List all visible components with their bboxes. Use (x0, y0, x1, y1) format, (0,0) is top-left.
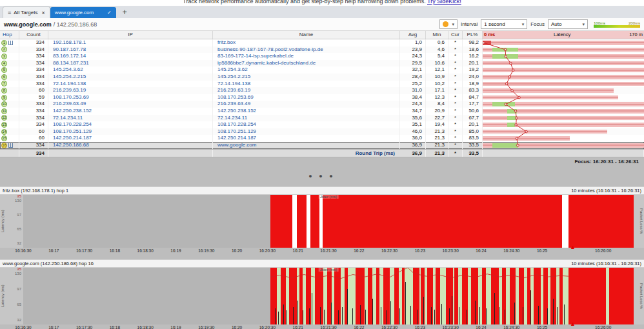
tab-all-targets[interactable]: ≡ All Targets × (3, 6, 50, 18)
table-row[interactable]: 860216.239.63.19216.239.63.1931,017,1*83… (0, 87, 644, 94)
close-icon[interactable]: × (41, 10, 45, 16)
current-time-marker[interactable]: ▲ (570, 244, 576, 250)
focus-select[interactable]: Auto ▾ (548, 19, 588, 29)
avg-cell: 38,4 (400, 94, 426, 101)
health-status-dropdown[interactable]: ▾ (439, 19, 458, 29)
pl-cell: 20,1 (463, 121, 483, 128)
interval-select[interactable]: 1 second ▾ (481, 19, 527, 29)
ip-cell: 145.254.3.62 (48, 66, 213, 74)
cur-cell: * (448, 121, 463, 128)
summary-min: 21,3 (426, 150, 448, 157)
latency-bar-cell (483, 108, 644, 115)
splitter-handle[interactable]: ● ● ● (0, 166, 644, 186)
hops-table-body: 1334192.168.178.1fritz.box1,00,6*98,2233… (0, 39, 644, 149)
avg-cell: 35,1 (400, 121, 426, 128)
col-header-cur[interactable]: Cur (448, 31, 463, 39)
tab-bar: ≡ All Targets × www.google.com ✓ + (0, 6, 644, 18)
table-row[interactable]: 733472.14.194.13872.14.194.13825,210,2*1… (0, 81, 644, 88)
table-row[interactable]: 1233472.14.234.1172.14.234.1135,622,7*67… (0, 115, 644, 122)
latency-bar-cell (483, 53, 644, 60)
hop-number-badge: 15 (1, 135, 7, 141)
table-row[interactable]: 16334142.250.186.68www.google.com36,921,… (0, 142, 644, 149)
x-axis-tick: 16:18:30 (137, 248, 154, 253)
x-axis-tick: 16:19:30 (198, 325, 214, 329)
table-row[interactable]: 11334142.250.238.152142.250.238.15234,72… (0, 108, 644, 115)
packet-loss-segment (569, 195, 634, 248)
avg-cell: 24,3 (400, 101, 426, 108)
table-row[interactable]: 10334216.239.63.49216.239.63.4924,38,4*1… (0, 101, 644, 108)
table-row[interactable]: 6334145.254.2.215145.254.2.21528,410,9*2… (0, 74, 644, 81)
graph2-plot-area[interactable]: Jitter (ms) (23, 268, 634, 324)
cur-cell: * (448, 101, 463, 108)
hop-number-badge: 1 (1, 40, 7, 46)
graph1-plot-area[interactable]: Jitter (ms) (23, 195, 634, 248)
table-row[interactable]: 959108.170.253.69108.170.253.6938,412,3*… (0, 94, 644, 101)
col-header-min[interactable]: Min (426, 31, 448, 39)
table-row[interactable]: 5334145.254.3.62145.254.3.6232,112,1*19,… (0, 66, 644, 74)
graph1-ylabel-right: Packet Loss % (638, 195, 643, 248)
pl-cell: 50,6 (463, 108, 483, 115)
x-axis-tick: 16:17:30 (76, 248, 92, 253)
col-header-ip[interactable]: IP (48, 31, 213, 39)
y-axis-tick: 97 (8, 213, 21, 217)
cur-cell: * (448, 94, 463, 101)
hop-cell: 3 (0, 53, 19, 60)
pl-cell: 85,0 (463, 128, 483, 135)
latency-bar-cell (483, 94, 644, 101)
col-header-pl[interactable]: PL% (463, 31, 483, 39)
target-ip: / 142.250.186.68 (54, 21, 97, 28)
latency-range-bar (483, 61, 644, 66)
focus-range-text: Focus: 16:20:31 - 16:26:31 (0, 157, 644, 166)
cur-cell: * (448, 87, 463, 94)
latency-bar-cell (483, 74, 644, 81)
avg-cell: 35,6 (400, 115, 426, 122)
latency-bar-cell (483, 46, 644, 54)
min-cell: 21,3 (426, 128, 448, 135)
col-header-name[interactable]: Name (213, 31, 400, 39)
x-axis-tick: 16:21:30 (320, 248, 336, 253)
name-cell: fritz.box (213, 39, 400, 46)
col-header-count[interactable]: Count (19, 31, 48, 39)
latency-range-bar (483, 95, 618, 100)
summary-hop-cell (0, 150, 19, 157)
col-header-latency[interactable]: 0 ms Latency 170 m (483, 31, 644, 39)
min-cell: 17,1 (426, 87, 448, 94)
col-header-hop[interactable]: Hop (0, 31, 19, 39)
table-row[interactable]: 1460108.170.251.129108.170.251.12946,021… (0, 128, 644, 135)
summary-row[interactable]: 334 Round Trip (ms) 36,9 21,3 * 33,5 (0, 149, 644, 157)
timeline-shown-icon (8, 143, 13, 148)
pl-cell: 84,7 (463, 94, 483, 101)
x-axis-tick: 16:22:30 (381, 325, 397, 329)
header-controls: ▾ Interval 1 second ▾ Focus Auto ▾ 100ms… (439, 19, 640, 29)
focus-value: Auto (551, 21, 561, 27)
table-row[interactable]: 433488.134.187.231ip5886bbe7.dynamic.kab… (0, 60, 644, 67)
x-axis-tick: 16:18:30 (137, 325, 154, 329)
hop-cell: 13 (0, 121, 19, 128)
sidekick-link[interactable]: Try SideKick! (427, 0, 461, 5)
ip-cell: 90.187.167.78 (48, 46, 213, 54)
table-row[interactable]: 1560142.250.214.187142.250.214.18736,021… (0, 135, 644, 142)
ip-cell: 192.168.178.1 (48, 39, 213, 46)
name-cell: 72.14.234.11 (213, 115, 400, 122)
table-row[interactable]: 233490.187.167.78business-90-187-167-78.… (0, 46, 644, 54)
avg-cell: 25,2 (400, 81, 426, 88)
latency-range-bar (483, 136, 570, 141)
count-cell: 60 (19, 135, 48, 142)
table-row[interactable]: 333483.169.172.1483-169-172-14-isp.super… (0, 53, 644, 60)
name-cell: 145.254.2.215 (213, 74, 400, 81)
name-cell: www.google.com (213, 142, 400, 149)
current-time-marker[interactable]: ▲ (570, 321, 576, 327)
x-axis-tick: 16:21 (293, 248, 303, 253)
avg-cell: 36,9 (400, 142, 426, 149)
min-cell: 10,9 (426, 74, 448, 81)
new-tab-button[interactable]: + (120, 7, 130, 18)
table-row[interactable]: 1334192.168.178.1fritz.box1,00,6*98,2 (0, 39, 644, 46)
col-header-avg[interactable]: Avg (400, 31, 426, 39)
pl-cell: 83,3 (463, 87, 483, 94)
timeline-graph-hop16: www.google.com (142.250.186.68) hop 16 1… (0, 259, 644, 329)
latency-good-segment (492, 48, 518, 52)
tab-www-google-com[interactable]: www.google.com ✓ (50, 7, 116, 18)
min-cell: 21,3 (426, 142, 448, 149)
min-cell: 12,1 (426, 66, 448, 74)
table-row[interactable]: 13334108.170.228.254108.170.228.25435,11… (0, 121, 644, 128)
